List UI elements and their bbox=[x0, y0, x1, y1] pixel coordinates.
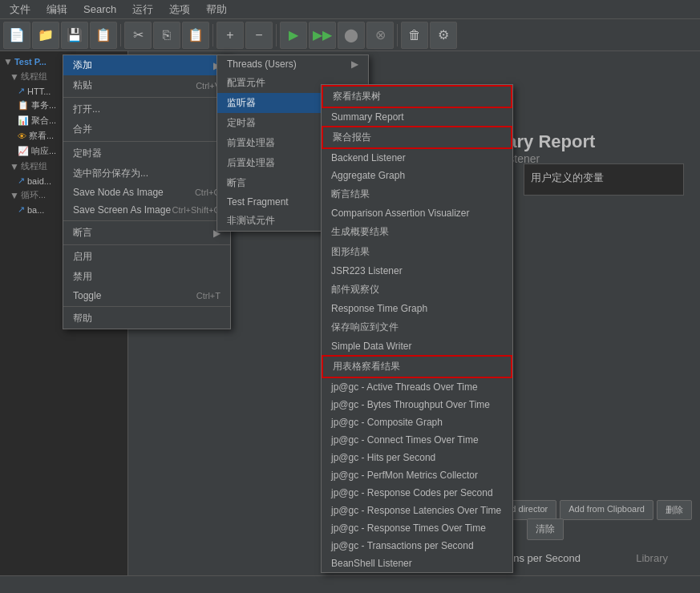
add-from-clipboard-button[interactable]: Add from Clipboard bbox=[560, 500, 653, 520]
run-all-button[interactable]: ▶▶ bbox=[309, 22, 336, 49]
open-folder-button[interactable]: 📁 bbox=[32, 22, 59, 49]
clear-all-button[interactable]: 清除 bbox=[527, 518, 564, 540]
separator-2 bbox=[212, 24, 213, 46]
tree-item-8[interactable]: ↗ baid... bbox=[0, 174, 127, 188]
settings-button[interactable]: ⚙ bbox=[430, 22, 457, 49]
tree-label-7: 线程组 bbox=[21, 160, 47, 172]
tree-item-10[interactable]: ↗ ba... bbox=[0, 203, 127, 216]
tree-icon-2: ↗ bbox=[18, 86, 25, 96]
tree-label-8: baid... bbox=[27, 176, 51, 186]
stop-button[interactable]: ⬤ bbox=[338, 22, 365, 49]
sidebar: ▼ Test P... ▼ 线程组 ↗ HTT... 📋 事务... 📊 聚合.… bbox=[0, 51, 128, 592]
cut-button[interactable]: ✂ bbox=[124, 22, 152, 49]
arrow-icon-1: ▼ bbox=[10, 71, 19, 83]
checkbox-row-2: 固跳观... bbox=[405, 458, 458, 471]
separator-1 bbox=[120, 24, 121, 46]
save-as-button[interactable]: 📋 bbox=[90, 22, 117, 49]
menu-run[interactable]: 运行 bbox=[126, 1, 160, 18]
tree-label-5: 察看... bbox=[29, 130, 54, 142]
tree-item-7[interactable]: ▼ 线程组 bbox=[0, 159, 127, 174]
tree-item-0[interactable]: ▼ Test P... bbox=[0, 54, 127, 69]
tree-label-4: 聚合... bbox=[31, 115, 56, 127]
checkbox-label-1: Run te... bbox=[421, 440, 457, 451]
copy-button[interactable]: ⎘ bbox=[153, 22, 180, 49]
tree-label-0: Test P... bbox=[14, 57, 47, 67]
menu-options[interactable]: 选项 bbox=[163, 1, 196, 18]
save-button[interactable]: 💾 bbox=[61, 22, 88, 49]
checkbox-area: 独立运... ✓ Run te... 固跳观... bbox=[405, 420, 458, 478]
tree-label-9: 循环... bbox=[21, 189, 46, 201]
arrow-icon-9: ▼ bbox=[10, 190, 19, 201]
tree-item-5[interactable]: 👁 察看... bbox=[0, 128, 127, 143]
tree-label-1: 线程组 bbox=[21, 71, 47, 83]
checkbox-label-0: 独立运... bbox=[421, 420, 458, 434]
menu-file[interactable]: 文件 bbox=[3, 1, 37, 18]
user-vars-title: 用户定义的变量 bbox=[531, 171, 677, 185]
tree-item-6[interactable]: 📈 响应... bbox=[0, 143, 127, 159]
tree-label-10: ba... bbox=[27, 205, 44, 215]
new-button[interactable]: 📄 bbox=[3, 22, 30, 49]
menu-edit[interactable]: 编辑 bbox=[40, 1, 74, 18]
tree-item-2[interactable]: ↗ HTT... bbox=[0, 84, 127, 98]
main-layout: ▼ Test P... ▼ 线程组 ↗ HTT... 📋 事务... 📊 聚合.… bbox=[0, 51, 700, 592]
checkbox-1[interactable]: ✓ bbox=[405, 440, 416, 451]
checkbox-0[interactable] bbox=[405, 422, 416, 433]
tree-item-4[interactable]: 📊 聚合... bbox=[0, 113, 127, 128]
summary-report-section: Summary Report Backend Listener bbox=[453, 131, 662, 165]
action-buttons-area: Add director Add from Clipboard 删除 bbox=[492, 500, 692, 520]
checkbox-label-2: 固跳观... bbox=[421, 458, 458, 471]
tree-icon-5: 👁 bbox=[18, 131, 26, 141]
tree-icon-6: 📈 bbox=[18, 146, 29, 156]
tree-label-3: 事务... bbox=[31, 99, 56, 111]
summary-report-title: Summary Report bbox=[453, 131, 662, 152]
arrow-icon-0: ▼ bbox=[3, 56, 13, 67]
checkbox-row-0: 独立运... bbox=[405, 420, 458, 434]
tree-item-9[interactable]: ▼ 循环... bbox=[0, 188, 127, 203]
menu-search[interactable]: Search bbox=[77, 2, 123, 17]
arrow-icon-7: ▼ bbox=[10, 161, 19, 172]
tree-label-6: 响应... bbox=[31, 145, 56, 157]
user-vars-section: 用户定义的变量 bbox=[524, 163, 684, 196]
clear-button[interactable]: 🗑 bbox=[401, 22, 428, 49]
tree-item-1[interactable]: ▼ 线程组 bbox=[0, 69, 127, 84]
toolbar: 📄 📁 💾 📋 ✂ ⎘ 📋 + − ▶ ▶▶ ⬤ ⊗ 🗑 ⚙ bbox=[0, 19, 700, 51]
checkbox-2[interactable] bbox=[405, 459, 416, 470]
checkbox-row-1: ✓ Run te... bbox=[405, 440, 458, 451]
menu-help[interactable]: 帮助 bbox=[200, 1, 233, 18]
tree-icon-4: 📊 bbox=[18, 115, 29, 126]
tree-label-2: HTT... bbox=[27, 87, 51, 96]
stop-now-button[interactable]: ⊗ bbox=[366, 22, 394, 49]
remove-button[interactable]: − bbox=[245, 22, 273, 49]
library-label: Library bbox=[636, 552, 668, 564]
separator-3 bbox=[276, 24, 277, 46]
paste-button[interactable]: 📋 bbox=[182, 22, 209, 49]
tree-icon-10: ↗ bbox=[18, 204, 25, 215]
transactions-label: Transactions per Second bbox=[465, 552, 581, 564]
tree-icon-8: ↗ bbox=[18, 175, 25, 186]
status-bar bbox=[0, 575, 700, 593]
delete-button[interactable]: 删除 bbox=[657, 500, 692, 520]
add-dir-button[interactable]: Add director bbox=[492, 500, 556, 520]
menubar: 文件 编辑 Search 运行 选项 帮助 bbox=[0, 0, 700, 19]
right-panel: Summary Report Backend Listener 用户定义的变量 … bbox=[128, 51, 700, 592]
tree-item-3[interactable]: 📋 事务... bbox=[0, 98, 127, 113]
tree-icon-3: 📋 bbox=[18, 100, 29, 111]
run-button[interactable]: ▶ bbox=[280, 22, 307, 49]
add-button[interactable]: + bbox=[216, 22, 244, 49]
separator-4 bbox=[397, 24, 398, 46]
